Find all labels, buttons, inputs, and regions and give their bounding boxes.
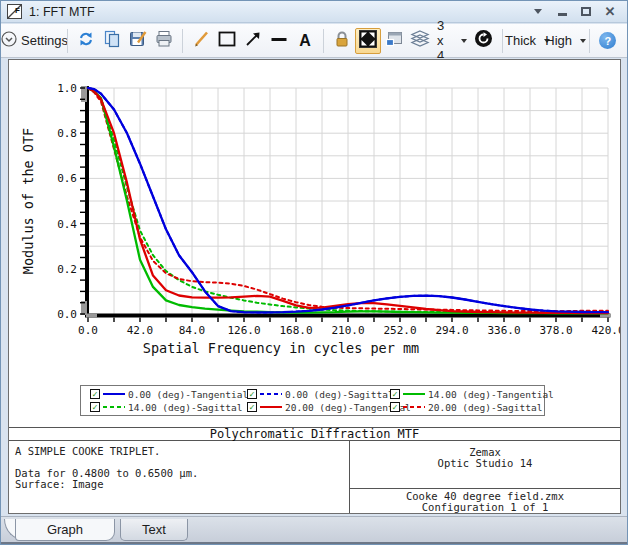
text-tool-icon: A (299, 33, 311, 49)
minimize-icon[interactable] (555, 5, 569, 19)
legend-checkbox[interactable]: ✓ (90, 402, 100, 412)
draw-line-tool-button[interactable] (188, 28, 214, 54)
chart-title: Polychromatic Diffraction MTF (9, 427, 620, 441)
save-icon (129, 30, 147, 52)
print-icon (155, 30, 173, 52)
legend-checkbox[interactable]: ✓ (247, 402, 257, 412)
save-button[interactable] (125, 28, 151, 54)
legend-label: 14.00 (deg)-Tangential (428, 389, 554, 400)
y-axis-title: Modulus of the OTF (20, 128, 36, 274)
window-menu-icon[interactable] (531, 5, 545, 19)
legend-line-sample (403, 393, 425, 395)
legend-label: 20.00 (deg)-Sagittal (428, 402, 542, 413)
help-button[interactable]: ? (595, 28, 621, 54)
legend-entry: ✓14.00 (deg)-Sagittal (90, 402, 247, 413)
maximize-icon[interactable] (579, 5, 593, 19)
titlebar: F 1: FFT MTF ✕ (1, 1, 627, 23)
y-tick-label: 0.8 (57, 127, 77, 140)
fft-window-icon: F (7, 4, 22, 19)
legend-entry: ✓14.00 (deg)-Tangential (390, 389, 554, 400)
fit-window-button[interactable] (355, 28, 381, 54)
draw-arrow-tool-button[interactable] (240, 28, 266, 54)
y-tick-label: 0.2 (57, 263, 77, 276)
copy-window-button[interactable] (381, 28, 407, 54)
horizontal-line-icon (270, 30, 288, 52)
window-copy-icon (385, 30, 404, 52)
content-area: 0.00.20.40.60.81.00.042.084.0126.0168.02… (1, 58, 627, 516)
settings-button[interactable]: Settings (7, 28, 62, 54)
tab-text[interactable]: Text (120, 519, 188, 541)
legend-entry: ✓20.00 (deg)-Sagittal (390, 402, 554, 413)
print-button[interactable] (151, 28, 177, 54)
chart-legend: ✓0.00 (deg)-Tangential✓0.00 (deg)-Sagitt… (80, 385, 545, 416)
legend-checkbox[interactable]: ✓ (390, 402, 400, 412)
legend-checkbox[interactable]: ✓ (390, 389, 400, 399)
refresh-button[interactable] (73, 28, 99, 54)
rectangle-icon (217, 30, 237, 52)
settings-label: Settings (21, 33, 68, 48)
grid-layout-dropdown[interactable]: 3 x 4 (433, 28, 471, 54)
chevron-down-circle-icon (1, 31, 17, 50)
invert-button[interactable] (471, 28, 497, 54)
mtf-plot-panel: 0.00.20.40.60.81.00.042.084.0126.0168.02… (8, 59, 621, 514)
x-tick-label: 168.0 (279, 324, 312, 337)
legend-label: 0.00 (deg)-Sagittal (285, 389, 394, 400)
legend-label: 14.00 (deg)-Sagittal (128, 402, 242, 413)
arrow-icon (244, 30, 262, 52)
quality-dropdown[interactable]: High (547, 28, 584, 54)
layers-button[interactable] (407, 28, 433, 54)
legend-checkbox[interactable]: ✓ (247, 389, 257, 399)
x-tick-label: 294.0 (435, 324, 468, 337)
mtf-chart: 0.00.20.40.60.81.00.042.084.0126.0168.02… (9, 60, 620, 382)
legend-line-sample (260, 406, 282, 408)
x-axis-title: Spatial Frequency in cycles per mm (143, 340, 419, 356)
x-tick-label: 42.0 (127, 324, 154, 337)
close-icon[interactable]: ✕ (603, 5, 617, 19)
draw-hline-tool-button[interactable] (266, 28, 292, 54)
invert-circle-icon (474, 29, 493, 52)
legend-line-sample (403, 406, 425, 408)
insert-text-tool-button[interactable]: A (292, 28, 318, 54)
info-line: Configuration 1 of 1 (350, 502, 620, 513)
x-tick-label: 378.0 (539, 324, 572, 337)
x-tick-label: 420.0 (591, 324, 620, 337)
lock-button[interactable] (329, 28, 355, 54)
info-line: Surface: Image (15, 479, 343, 490)
y-tick-label: 0.4 (57, 218, 77, 231)
lens-notes: A SIMPLE COOKE TRIPLET. Data for 0.4800 … (9, 441, 349, 513)
x-tick-label: 210.0 (331, 324, 364, 337)
legend-line-sample (103, 406, 125, 408)
x-tick-label: 126.0 (227, 324, 260, 337)
pencil-icon (192, 30, 210, 52)
toolbar-separator (502, 29, 503, 53)
chevron-down-icon (461, 39, 467, 43)
copy-icon (103, 30, 121, 52)
info-line: Optic Studio 14 (350, 458, 620, 469)
x-tick-label: 0.0 (78, 324, 98, 337)
x-axis-handle-left[interactable] (86, 314, 97, 318)
toolbar: Settings (1, 24, 627, 58)
thickness-value: Thick (505, 33, 536, 48)
legend-line-sample (103, 393, 125, 395)
x-tick-label: 252.0 (383, 324, 416, 337)
svg-text:F: F (15, 6, 20, 15)
toolbar-separator (67, 29, 68, 53)
draw-rectangle-tool-button[interactable] (214, 28, 240, 54)
fft-mtf-window: F 1: FFT MTF ✕ Settings (0, 0, 628, 545)
legend-entry: ✓0.00 (deg)-Tangential (90, 389, 247, 400)
toolbar-separator (589, 29, 590, 53)
legend-checkbox[interactable]: ✓ (90, 389, 100, 399)
window-title: 1: FFT MTF (29, 5, 531, 19)
y-axis (85, 86, 89, 316)
copy-button[interactable] (99, 28, 125, 54)
lock-icon (334, 30, 350, 52)
x-tick-label: 84.0 (179, 324, 206, 337)
y-tick-label: 1.0 (57, 82, 77, 95)
y-tick-label: 0.6 (57, 172, 77, 185)
tab-graph[interactable]: Graph (15, 519, 115, 541)
thickness-dropdown[interactable]: Thick (508, 28, 548, 54)
chevron-down-icon (580, 39, 586, 43)
y-tick-label: 0.0 (57, 308, 77, 321)
legend-label: 0.00 (deg)-Tangential (128, 389, 248, 400)
x-tick-label: 336.0 (487, 324, 520, 337)
